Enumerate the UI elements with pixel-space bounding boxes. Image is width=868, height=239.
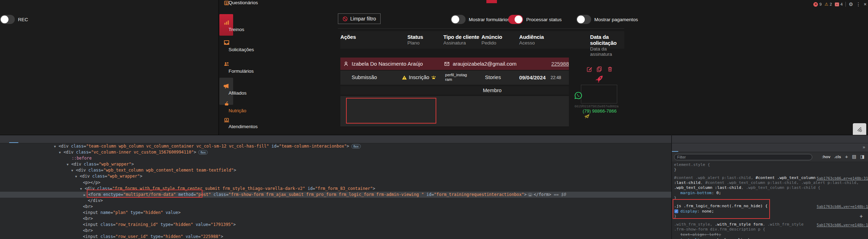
dom-tree-line[interactable]: ▼<div class="wpb_text_column wpb_content… xyxy=(0,167,671,173)
status-mini-icon[interactable] xyxy=(592,87,598,92)
code-token: ▼ xyxy=(59,150,63,156)
devtools-tab[interactable] xyxy=(37,135,46,143)
styles-panel-tab[interactable] xyxy=(685,143,691,152)
warning-count: 2 xyxy=(830,2,832,6)
header-line1: Data da solicitação xyxy=(590,34,624,46)
dom-tree-line[interactable]: </div> xyxy=(0,198,671,204)
css-property-line[interactable]: margin-bottom: 0; xyxy=(672,190,868,196)
trash-icon[interactable] xyxy=(607,66,613,72)
status-mini-icon[interactable] xyxy=(601,96,606,101)
dom-tree-line[interactable]: <br> xyxy=(0,204,671,210)
sidebar-toggle-icon[interactable]: ◨ xyxy=(860,154,864,159)
toggle-switch[interactable] xyxy=(451,15,466,24)
code-token: , .wpb_text_column p:last-child { xyxy=(741,185,820,190)
devtools-tab[interactable] xyxy=(0,135,9,143)
toggle-switch[interactable] xyxy=(0,15,15,24)
dom-tree-line[interactable]: <p></p> xyxy=(0,180,671,186)
close-devtools-icon[interactable]: × xyxy=(864,2,867,7)
paw-icon xyxy=(431,75,436,80)
more-tabs-chevron-icon[interactable]: » xyxy=(863,144,865,150)
settings-gear-icon[interactable]: ⚙ xyxy=(849,2,853,7)
dom-tree-line[interactable]: <input class="row_user_id" type="hidden"… xyxy=(0,234,671,239)
user-id-link[interactable]: 225988 xyxy=(551,61,569,67)
status-mini-icon[interactable] xyxy=(584,87,589,92)
sidebar-item-label: Questionários xyxy=(229,0,258,5)
stylesheet-source-link[interactable]: 5ab1763cb86…ver=e148b:1 xyxy=(817,222,868,227)
chart-bars-icon xyxy=(224,19,230,25)
status-mini-icon[interactable] xyxy=(609,87,615,92)
kebab-menu-icon[interactable]: ⋮ xyxy=(856,2,861,7)
styles-panel-tab[interactable] xyxy=(672,143,678,152)
status-cell: Submissão xyxy=(352,74,377,80)
toggle-switch[interactable] xyxy=(508,15,523,24)
styles-panel-tab[interactable] xyxy=(710,143,716,152)
stylesheet-source-link[interactable]: 5ab1763cb86…er=e148b:31 xyxy=(817,176,868,181)
new-rule-button[interactable]: + xyxy=(845,154,848,160)
request-row[interactable]: Submissão Inscrição perfil_instagram Sto… xyxy=(340,71,569,85)
css-property-line[interactable]: text-align: var(--form-align); xyxy=(672,237,868,239)
cls-button[interactable]: .cls xyxy=(834,155,841,159)
time-cell: 22:48 xyxy=(551,75,561,80)
copy-icon[interactable] xyxy=(596,66,602,72)
status-mini-icon[interactable] xyxy=(584,96,589,101)
issues-badge-icon[interactable]: ▪ xyxy=(835,2,839,6)
styles-panel-tab[interactable] xyxy=(704,143,710,152)
devtools-tab[interactable] xyxy=(64,135,73,143)
clear-filter-button[interactable]: Limpar filtro xyxy=(338,13,381,24)
status-mini-icon[interactable] xyxy=(592,96,598,101)
bar-separator xyxy=(845,2,846,7)
css-property-line[interactable]: text-align: left; xyxy=(672,232,868,237)
dom-tree-line[interactable]: <br> xyxy=(0,216,671,222)
code-token xyxy=(193,222,196,227)
devtools-tab[interactable] xyxy=(46,135,55,143)
devtools-tab[interactable] xyxy=(9,135,18,143)
dom-tree-line[interactable]: <input class="row_training_id" type="hid… xyxy=(0,222,671,228)
person-icon xyxy=(343,61,349,67)
devtools-tab[interactable] xyxy=(55,135,64,143)
code-token: type xyxy=(160,222,170,227)
dom-tree-line[interactable]: <input name="plan" type="hidden" value> xyxy=(0,210,671,216)
warning-badge-icon[interactable]: ⚠ xyxy=(825,2,828,7)
dom-tree-line[interactable]: ▼<div class="wpb_wrapper"> xyxy=(0,161,671,167)
whatsapp-icon[interactable] xyxy=(574,91,582,100)
code-token xyxy=(269,144,272,149)
status-mini-icon[interactable] xyxy=(609,96,615,101)
status-mini-icon[interactable] xyxy=(601,87,606,92)
code-token: value xyxy=(196,222,208,227)
insert-rule-plus-icon[interactable]: + xyxy=(860,213,863,220)
devtools-tab[interactable] xyxy=(18,135,28,143)
css-rule: .with_frm_style, .with_frm_style form, .… xyxy=(672,222,868,239)
dom-tree-line[interactable]: ▼<div class="team-column wpb_column vc_c… xyxy=(0,143,671,149)
audience-cell: Stories xyxy=(485,74,501,80)
styles-filter-input[interactable] xyxy=(674,154,812,160)
code-token: "frm-show-form frm_ajax_submit frm_pro_f… xyxy=(229,192,424,197)
dom-tree-line[interactable]: ::before xyxy=(0,155,671,161)
code-token: ▼ xyxy=(80,186,85,192)
styles-panel-tab[interactable] xyxy=(697,143,704,152)
dom-tree-line[interactable]: ▼<div class="wpb_wrapper"> xyxy=(0,173,671,179)
header-line1: Ações xyxy=(340,34,356,40)
style-format-icon[interactable]: ▤ xyxy=(852,154,856,159)
inbox-icon xyxy=(224,40,230,46)
code-token: .with_frm_style, xyxy=(674,222,715,227)
devtools-tab[interactable] xyxy=(28,135,37,143)
code-token: , #content .wpb_text_column p:last-child… xyxy=(700,180,859,185)
edit-icon[interactable] xyxy=(587,66,593,72)
error-badge-icon[interactable]: ✕ xyxy=(813,2,818,7)
sidebar: Treinos Solicitações Formulários Afiliad… xyxy=(219,0,272,135)
dom-tree-line[interactable]: <br> xyxy=(0,228,671,234)
styles-panel-tab[interactable] xyxy=(691,143,697,152)
styles-panel-tab[interactable] xyxy=(678,143,685,152)
hov-button[interactable]: :hov xyxy=(822,155,830,159)
code-token: class xyxy=(101,222,113,227)
rocket-icon[interactable] xyxy=(594,74,604,84)
envelope-icon xyxy=(444,61,450,67)
dom-tree-line[interactable]: ▼<div class="vc_column-inner vc_custom_1… xyxy=(0,149,671,155)
stylesheet-source-link[interactable]: 5ab1763cb86…ver=e148b:1 xyxy=(817,204,868,209)
css-property-value: 0; xyxy=(716,191,721,195)
toggle-switch[interactable] xyxy=(576,15,591,24)
code-token: "1791395" xyxy=(211,222,233,227)
user-row[interactable]: Izabela Do Nascimento Araújo araujoizabe… xyxy=(340,58,569,70)
phone-number[interactable]: (79) 98866-7866 xyxy=(583,108,617,114)
collapsed-ellipsis[interactable]: … xyxy=(528,193,533,197)
